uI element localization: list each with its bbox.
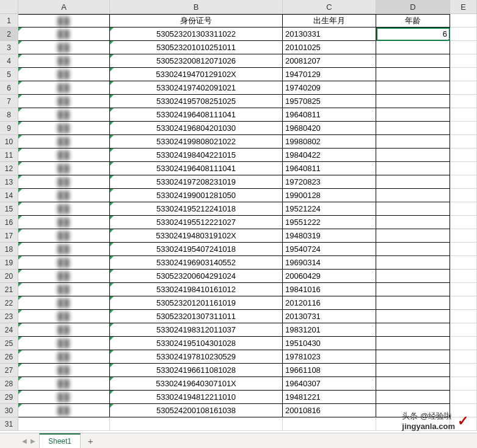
cell-E13[interactable] — [450, 175, 477, 189]
cell-B15[interactable]: 533024195212241018 — [110, 202, 283, 216]
cell-E14[interactable] — [450, 189, 477, 202]
row-header-31[interactable]: 31 — [0, 417, 18, 431]
row-header-9[interactable]: 9 — [0, 122, 18, 135]
cell-A2[interactable]: ██ — [18, 28, 110, 41]
cell-E7[interactable] — [450, 95, 477, 108]
cell-D11[interactable] — [376, 149, 450, 162]
cell-D20[interactable] — [376, 270, 450, 283]
cell-A6[interactable]: ██ — [18, 81, 110, 95]
row-header-4[interactable]: 4 — [0, 54, 18, 68]
cell-A3[interactable]: ██ — [18, 41, 110, 54]
cell-B7[interactable]: 533024195708251025 — [110, 95, 283, 108]
row-header-20[interactable]: 20 — [0, 270, 18, 283]
row-header-5[interactable]: 5 — [0, 68, 18, 81]
cell-D2[interactable]: 6 — [376, 28, 450, 41]
cell-B25[interactable]: 533024195104301028 — [110, 337, 283, 350]
cell-A10[interactable]: ██ — [18, 135, 110, 149]
cell-E9[interactable] — [450, 122, 477, 135]
cell-B17[interactable]: 53302419480319102X — [110, 229, 283, 243]
cell-A9[interactable]: ██ — [18, 122, 110, 135]
row-header-10[interactable]: 10 — [0, 135, 18, 149]
cell-C19[interactable]: 19690314 — [283, 256, 376, 270]
cell-E5[interactable] — [450, 68, 477, 81]
cell-C27[interactable]: 19661108 — [283, 364, 376, 377]
cell-A1[interactable]: ██ — [18, 14, 110, 28]
cell-C7[interactable]: 19570825 — [283, 95, 376, 108]
row-header-21[interactable]: 21 — [0, 283, 18, 296]
cell-E6[interactable] — [450, 81, 477, 95]
row-header-26[interactable]: 26 — [0, 350, 18, 364]
cell-C29[interactable]: 19481221 — [283, 391, 376, 404]
cell-E24[interactable] — [450, 323, 477, 337]
cell-A23[interactable]: ██ — [18, 310, 110, 323]
cell-C11[interactable]: 19840422 — [283, 149, 376, 162]
row-header-22[interactable]: 22 — [0, 296, 18, 310]
cell-C10[interactable]: 19980802 — [283, 135, 376, 149]
column-header-A[interactable]: A — [18, 0, 110, 14]
cell-C16[interactable]: 19551222 — [283, 216, 376, 229]
cell-A31[interactable] — [18, 417, 110, 431]
cell-D24[interactable] — [376, 323, 450, 337]
cell-A15[interactable]: ██ — [18, 202, 110, 216]
row-header-24[interactable]: 24 — [0, 323, 18, 337]
cell-B11[interactable]: 533024198404221015 — [110, 149, 283, 162]
cell-A18[interactable]: ██ — [18, 243, 110, 256]
tab-next-icon[interactable]: ▶ — [31, 438, 35, 444]
cell-D14[interactable] — [376, 189, 450, 202]
cell-B20[interactable]: 530523200604291024 — [110, 270, 283, 283]
cell-C5[interactable]: 19470129 — [283, 68, 376, 81]
cell-B13[interactable]: 533024197208231019 — [110, 175, 283, 189]
cell-E27[interactable] — [450, 364, 477, 377]
row-header-3[interactable]: 3 — [0, 41, 18, 54]
cell-B4[interactable]: 530523200812071026 — [110, 54, 283, 68]
cell-A28[interactable]: ██ — [18, 377, 110, 391]
row-header-7[interactable]: 7 — [0, 95, 18, 108]
cell-E4[interactable] — [450, 54, 477, 68]
cell-D16[interactable] — [376, 216, 450, 229]
cell-C13[interactable]: 19720823 — [283, 175, 376, 189]
cell-A26[interactable]: ██ — [18, 350, 110, 364]
cell-E18[interactable] — [450, 243, 477, 256]
cell-E3[interactable] — [450, 41, 477, 54]
cell-D8[interactable] — [376, 108, 450, 122]
cell-B22[interactable]: 530523201201161019 — [110, 296, 283, 310]
cell-C31[interactable] — [283, 417, 376, 431]
cell-D18[interactable] — [376, 243, 450, 256]
cell-C30[interactable]: 20010816 — [283, 404, 376, 417]
cell-E20[interactable] — [450, 270, 477, 283]
cell-D3[interactable] — [376, 41, 450, 54]
tab-prev-icon[interactable]: ◀ — [22, 438, 27, 444]
cell-E28[interactable] — [450, 377, 477, 391]
cell-A16[interactable]: ██ — [18, 216, 110, 229]
add-sheet-button[interactable]: + — [83, 433, 98, 448]
row-header-23[interactable]: 23 — [0, 310, 18, 323]
row-header-12[interactable]: 12 — [0, 162, 18, 175]
row-header-18[interactable]: 18 — [0, 243, 18, 256]
cell-A12[interactable]: ██ — [18, 162, 110, 175]
cell-D21[interactable] — [376, 283, 450, 296]
cell-B2[interactable]: 530523201303311022 — [110, 28, 283, 41]
cell-B12[interactable]: 533024196408111041 — [110, 162, 283, 175]
cell-C25[interactable]: 19510430 — [283, 337, 376, 350]
cell-E12[interactable] — [450, 162, 477, 175]
cell-B16[interactable]: 533024195512221027 — [110, 216, 283, 229]
row-header-6[interactable]: 6 — [0, 81, 18, 95]
row-header-11[interactable]: 11 — [0, 149, 18, 162]
cell-D28[interactable] — [376, 377, 450, 391]
cell-D25[interactable] — [376, 337, 450, 350]
cell-A11[interactable]: ██ — [18, 149, 110, 162]
cell-D10[interactable] — [376, 135, 450, 149]
cell-C1[interactable]: 出生年月 — [283, 14, 376, 28]
cell-E25[interactable] — [450, 337, 477, 350]
cell-B3[interactable]: 530523201010251011 — [110, 41, 283, 54]
cell-E16[interactable] — [450, 216, 477, 229]
cell-B18[interactable]: 533024195407241018 — [110, 243, 283, 256]
cell-B6[interactable]: 533024197402091021 — [110, 81, 283, 95]
column-header-D[interactable]: D — [376, 0, 450, 14]
cell-C22[interactable]: 20120116 — [283, 296, 376, 310]
cell-A20[interactable]: ██ — [18, 270, 110, 283]
cell-B27[interactable]: 533024196611081028 — [110, 364, 283, 377]
cell-B29[interactable]: 533024194812211010 — [110, 391, 283, 404]
cell-C20[interactable]: 20060429 — [283, 270, 376, 283]
cell-B21[interactable]: 533024198410161012 — [110, 283, 283, 296]
